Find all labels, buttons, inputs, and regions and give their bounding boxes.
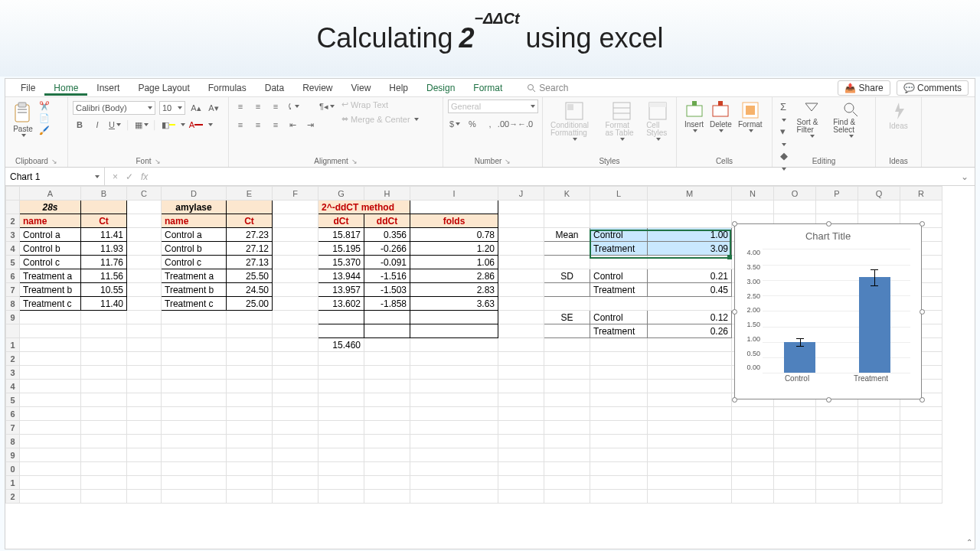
tab-file[interactable]: File xyxy=(11,80,44,96)
row-header[interactable]: 4 xyxy=(6,242,20,256)
align-left-button[interactable]: ≡ xyxy=(234,118,247,132)
accounting-format-button[interactable]: $ xyxy=(448,117,462,131)
cell-E3[interactable]: Ct xyxy=(227,214,273,228)
decrease-font-button[interactable]: A▾ xyxy=(207,101,220,115)
font-name-combo[interactable]: Calibri (Body) xyxy=(73,101,155,115)
cell-M6[interactable] xyxy=(648,256,732,269)
cell-H4[interactable]: 0.356 xyxy=(364,228,410,242)
cell-E15[interactable] xyxy=(227,380,273,393)
cell-F20[interactable] xyxy=(273,448,318,462)
cell-A3[interactable]: name xyxy=(20,214,81,228)
cell-L6[interactable] xyxy=(590,256,648,269)
tab-design[interactable]: Design xyxy=(417,80,464,96)
cell-L9[interactable] xyxy=(590,297,648,311)
cell-R20[interactable] xyxy=(900,448,942,462)
cell-M20[interactable] xyxy=(648,448,732,462)
cell-I6[interactable]: 1.06 xyxy=(410,256,498,269)
cell-D18[interactable] xyxy=(162,421,227,435)
cell-B14[interactable] xyxy=(81,366,127,380)
cell-H16[interactable] xyxy=(364,393,410,407)
cell-K21[interactable] xyxy=(544,462,590,476)
cell-R23[interactable] xyxy=(900,490,942,504)
tab-insert[interactable]: Insert xyxy=(87,80,129,96)
col-header-J[interactable]: J xyxy=(498,187,544,201)
cell-O22[interactable] xyxy=(774,476,816,490)
cell-I23[interactable] xyxy=(410,490,498,504)
cell-K4[interactable]: Mean xyxy=(544,228,590,242)
cell-P19[interactable] xyxy=(816,435,858,448)
cell-L22[interactable] xyxy=(590,476,648,490)
cell-M15[interactable] xyxy=(648,380,732,393)
percent-format-button[interactable]: % xyxy=(466,117,479,131)
cell-B2[interactable] xyxy=(81,201,127,214)
cell-B6[interactable]: 11.76 xyxy=(81,256,127,269)
cell-D7[interactable]: Treatment a xyxy=(162,269,227,283)
cell-K7[interactable]: SD xyxy=(544,269,590,283)
cell-C2[interactable] xyxy=(127,201,162,214)
number-format-combo[interactable]: General xyxy=(448,99,538,113)
row-header[interactable]: 9 xyxy=(6,311,20,324)
cell-M5[interactable]: 3.09 xyxy=(648,242,732,256)
row-header[interactable]: 3 xyxy=(6,228,20,242)
cell-J4[interactable] xyxy=(498,228,544,242)
cell-D8[interactable]: Treatment b xyxy=(162,283,227,297)
cell-O18[interactable] xyxy=(774,421,816,435)
cell-M17[interactable] xyxy=(648,407,732,421)
col-header-A[interactable]: A xyxy=(20,187,81,201)
cell-L8[interactable]: Treatment xyxy=(590,283,648,297)
cell-R18[interactable] xyxy=(900,421,942,435)
cell-M2[interactable] xyxy=(648,201,732,214)
cell-D17[interactable] xyxy=(162,407,227,421)
cell-A18[interactable] xyxy=(20,421,81,435)
cell-F8[interactable] xyxy=(273,283,318,297)
cell-N17[interactable] xyxy=(732,407,774,421)
cell-B20[interactable] xyxy=(81,448,127,462)
cell-P2[interactable] xyxy=(816,201,858,214)
cell-H10[interactable] xyxy=(364,311,410,324)
cell-K23[interactable] xyxy=(544,490,590,504)
cell-A6[interactable]: Control c xyxy=(20,256,81,269)
cell-P23[interactable] xyxy=(816,490,858,504)
cell-C5[interactable] xyxy=(127,242,162,256)
cell-J16[interactable] xyxy=(498,393,544,407)
font-color-button[interactable]: A xyxy=(189,118,203,132)
fill-color-button[interactable]: ◧ xyxy=(162,118,175,132)
cell-L15[interactable] xyxy=(590,380,648,393)
alignment-launcher[interactable]: ↘ xyxy=(351,158,358,165)
cell-C14[interactable] xyxy=(127,366,162,380)
cell-B11[interactable] xyxy=(81,324,127,338)
cell-C17[interactable] xyxy=(127,407,162,421)
cell-C13[interactable] xyxy=(127,352,162,366)
cell-I5[interactable]: 1.20 xyxy=(410,242,498,256)
rtl-button[interactable]: ¶◂ xyxy=(320,99,334,113)
cell-E18[interactable] xyxy=(227,421,273,435)
cell-F12[interactable] xyxy=(273,338,318,352)
cell-F5[interactable] xyxy=(273,242,318,256)
cell-N22[interactable] xyxy=(732,476,774,490)
cell-H13[interactable] xyxy=(364,352,410,366)
cell-Q20[interactable] xyxy=(858,448,900,462)
cell-F18[interactable] xyxy=(273,421,318,435)
cell-G15[interactable] xyxy=(318,380,364,393)
cell-A10[interactable] xyxy=(20,311,81,324)
cell-E10[interactable] xyxy=(227,311,273,324)
cell-B15[interactable] xyxy=(81,380,127,393)
embedded-chart[interactable]: Chart Title4.003.503.002.502.001.501.000… xyxy=(734,223,922,399)
cell-J11[interactable] xyxy=(498,324,544,338)
cell-H6[interactable]: -0.091 xyxy=(364,256,410,269)
cell-O19[interactable] xyxy=(774,435,816,448)
cell-G14[interactable] xyxy=(318,366,364,380)
cell-M18[interactable] xyxy=(648,421,732,435)
col-header-R[interactable]: R xyxy=(900,187,942,201)
cell-O21[interactable] xyxy=(774,462,816,476)
row-header[interactable]: 3 xyxy=(6,366,20,380)
cell-B5[interactable]: 11.93 xyxy=(81,242,127,256)
cell-J20[interactable] xyxy=(498,448,544,462)
cell-K8[interactable] xyxy=(544,283,590,297)
row-header[interactable]: 1 xyxy=(6,476,20,490)
chart-resize-handle[interactable] xyxy=(732,221,737,227)
cell-K5[interactable] xyxy=(544,242,590,256)
cell-R22[interactable] xyxy=(900,476,942,490)
cell-A5[interactable]: Control b xyxy=(20,242,81,256)
cell-O20[interactable] xyxy=(774,448,816,462)
